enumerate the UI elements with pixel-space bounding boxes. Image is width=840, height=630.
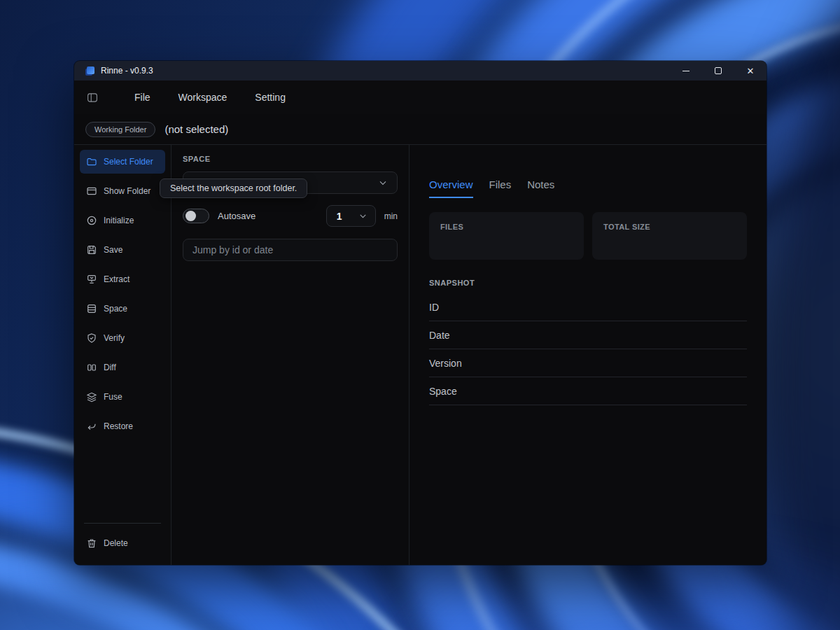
sidebar-item-fuse[interactable]: Fuse: [80, 385, 165, 409]
sidebar-item-label: Extract: [104, 274, 130, 284]
sidebar-item-label: Delete: [104, 538, 128, 548]
folder-icon: [86, 156, 97, 167]
snapshot-row-label: Date: [429, 330, 450, 341]
sidebar-item-diff[interactable]: Diff: [80, 356, 165, 379]
minimize-icon: [682, 71, 690, 71]
undo-icon: [86, 421, 97, 432]
sidebar-item-initialize[interactable]: Initialize: [80, 209, 165, 232]
close-icon: ✕: [747, 66, 755, 76]
detail-tabs: Overview Files Notes: [429, 178, 747, 198]
detail-panel: Overview Files Notes FILES TOTAL SIZE SN…: [410, 145, 766, 565]
menu-workspace[interactable]: Workspace: [178, 92, 227, 103]
sidebar-item-save[interactable]: Save: [80, 238, 165, 262]
minimize-button[interactable]: [670, 61, 702, 80]
maximize-icon: [715, 67, 722, 74]
close-button[interactable]: ✕: [734, 61, 766, 80]
floppy-icon: [86, 244, 97, 255]
titlebar[interactable]: Rinne - v0.9.3 ✕: [74, 61, 766, 80]
snapshot-row-id: ID: [429, 293, 747, 321]
sidebar-item-space[interactable]: Space: [80, 297, 165, 321]
sidebar-item-label: Show Folder: [104, 186, 150, 196]
sidebar-item-label: Diff: [104, 363, 116, 372]
working-folder-value: (not selected): [164, 123, 228, 135]
snapshot-row-version: Version: [429, 349, 747, 377]
tab-overview[interactable]: Overview: [429, 178, 473, 198]
disc-icon: [86, 215, 97, 226]
shield-check-icon: [86, 332, 97, 344]
sidebar-toggle-button[interactable]: [85, 92, 106, 104]
sidebar-item-select-folder[interactable]: Select Folder: [80, 150, 165, 174]
chevron-down-icon: [377, 177, 388, 188]
autosave-toggle[interactable]: [183, 209, 209, 223]
snapshot-rows: ID Date Version Space: [429, 293, 747, 405]
tab-files[interactable]: Files: [489, 178, 512, 198]
space-section-label: SPACE: [183, 155, 398, 163]
sidebar-item-label: Save: [104, 245, 122, 255]
total-size-card: TOTAL SIZE: [592, 212, 747, 260]
sidebar-item-label: Space: [104, 304, 127, 314]
snapshot-row-date: Date: [429, 321, 747, 349]
menubar: File Workspace Setting: [74, 80, 766, 114]
snapshot-section-label: SNAPSHOT: [429, 279, 747, 287]
working-folder-row: Working Folder (not selected): [74, 114, 766, 145]
space-panel: SPACE Autosave 1 min: [172, 145, 410, 565]
total-size-card-label: TOTAL SIZE: [603, 223, 736, 231]
extract-icon: [86, 274, 97, 285]
sidebar-item-label: Initialize: [104, 216, 134, 225]
autosave-label: Autosave: [218, 211, 255, 221]
sidebar-item-delete[interactable]: Delete: [80, 531, 165, 555]
snapshot-row-label: ID: [429, 302, 439, 313]
sidebar-item-label: Verify: [104, 333, 125, 343]
sidebar-item-restore[interactable]: Restore: [80, 414, 165, 438]
snapshot-row-space: Space: [429, 377, 747, 405]
sidebar-item-label: Restore: [104, 421, 133, 431]
chevron-down-icon: [358, 211, 368, 221]
interval-unit-label: min: [384, 211, 398, 221]
sidebar-item-verify[interactable]: Verify: [80, 326, 165, 350]
layers-icon: [86, 391, 97, 402]
sidebar-divider: [84, 523, 161, 524]
autosave-row: Autosave 1 min: [183, 205, 398, 227]
working-folder-badge: Working Folder: [85, 122, 155, 137]
toggle-knob: [186, 211, 196, 221]
app-window: Rinne - v0.9.3 ✕ File Workspace Setting …: [74, 61, 766, 565]
files-card: FILES: [429, 212, 584, 260]
sidebar-item-extract[interactable]: Extract: [80, 267, 165, 291]
tooltip: Select the workspace root folder.: [160, 178, 307, 198]
sidebar-spacer: [80, 444, 165, 523]
interval-value: 1: [337, 211, 342, 222]
trash-icon: [86, 538, 97, 549]
sidebar: Select Folder Show Folder Initialize Sav…: [74, 145, 172, 565]
maximize-button[interactable]: [702, 61, 734, 80]
jump-input[interactable]: [183, 239, 398, 261]
sidebar-item-show-folder[interactable]: Show Folder: [80, 179, 165, 203]
database-icon: [86, 303, 97, 314]
snapshot-row-label: Space: [429, 386, 457, 397]
sidebar-item-label: Select Folder: [104, 157, 153, 167]
tab-notes[interactable]: Notes: [527, 178, 554, 198]
snapshot-row-label: Version: [429, 358, 462, 369]
window-body: Select Folder Show Folder Initialize Sav…: [74, 145, 766, 565]
window-folder-icon: [86, 186, 97, 197]
app-logo-icon: [85, 66, 94, 76]
menu-file[interactable]: File: [134, 92, 150, 103]
interval-select[interactable]: 1: [326, 205, 376, 227]
window-title: Rinne - v0.9.3: [101, 66, 153, 76]
menu-setting[interactable]: Setting: [255, 92, 286, 103]
columns-icon: [86, 362, 97, 373]
panel-left-icon: [85, 92, 99, 104]
sidebar-item-label: Fuse: [104, 392, 122, 402]
window-controls: ✕: [670, 61, 766, 80]
stat-cards: FILES TOTAL SIZE: [429, 212, 747, 260]
files-card-label: FILES: [440, 223, 573, 231]
